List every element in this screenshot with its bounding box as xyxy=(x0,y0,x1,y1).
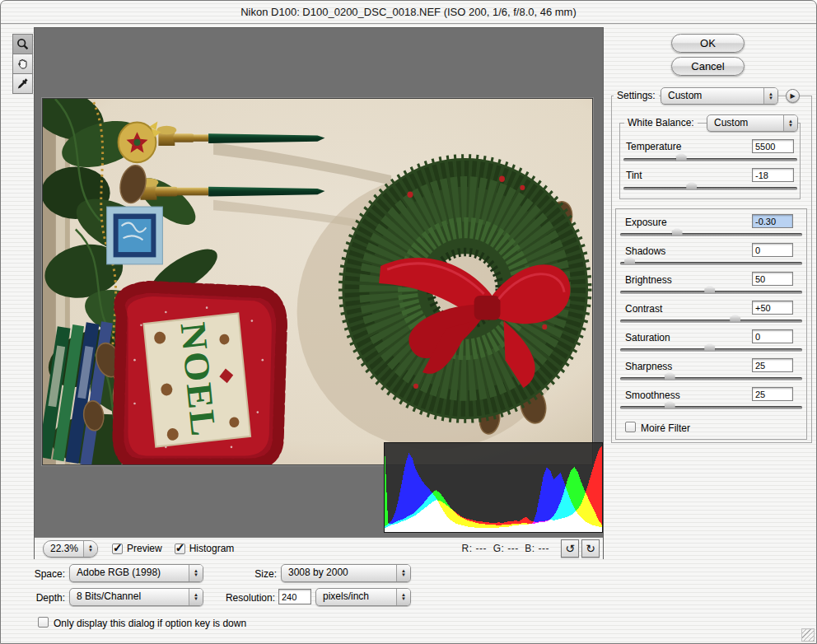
rotate-cw-icon: ↻ xyxy=(586,542,595,555)
size-label: Size: xyxy=(247,568,277,580)
adjustment-label: Smoothness xyxy=(625,390,680,401)
cancel-button[interactable]: Cancel xyxy=(671,57,745,76)
rotate-ccw-icon: ↺ xyxy=(565,542,575,555)
adjustment-slider[interactable] xyxy=(620,262,802,265)
tint-slider[interactable] xyxy=(623,187,797,190)
zoom-level-popup[interactable]: 22.3% ▲▼ xyxy=(43,540,98,558)
ok-button[interactable]: OK xyxy=(671,34,745,53)
adjustment-value-field[interactable] xyxy=(752,214,793,228)
eyedropper-tool-button[interactable] xyxy=(12,73,33,94)
adjustment-label: Brightness xyxy=(625,274,672,286)
histogram-display xyxy=(384,442,603,533)
resolution-value-field[interactable] xyxy=(278,589,311,604)
eyedropper-icon xyxy=(16,77,30,91)
slider-thumb[interactable] xyxy=(665,371,675,380)
camera-raw-dialog: Nikon D100: D100_0200_DSC_0018.NEF (ISO … xyxy=(0,0,817,644)
settings-value: Custom xyxy=(661,88,763,104)
adjustment-slider[interactable] xyxy=(620,377,802,380)
white-balance-popup[interactable]: Custom ▲▼ xyxy=(707,114,798,132)
tint-value-field[interactable] xyxy=(752,168,794,182)
histogram-checkbox[interactable] xyxy=(175,544,185,554)
hand-icon xyxy=(16,57,30,71)
adjustment-value-field[interactable] xyxy=(752,387,793,401)
zoom-level-value: 22.3% xyxy=(44,541,83,557)
stepper-icon: ▲▼ xyxy=(189,589,203,605)
adjustment-value-field[interactable] xyxy=(752,243,793,257)
settings-popup[interactable]: Custom ▲▼ xyxy=(661,87,778,105)
adjustment-label: Shadows xyxy=(625,245,665,257)
moire-filter-checkbox[interactable] xyxy=(625,422,636,432)
status-bar: 22.3% ▲▼ Preview Histogram R: --- G: ---… xyxy=(35,537,603,559)
stepper-icon: ▲▼ xyxy=(189,565,203,581)
rotate-cw-button[interactable]: ↻ xyxy=(581,539,600,558)
adjustment-label: Contrast xyxy=(625,303,662,315)
slider-thumb[interactable] xyxy=(704,343,715,352)
settings-menu-button[interactable]: ▶ xyxy=(786,89,800,103)
adjustment-label: Exposure xyxy=(625,217,667,228)
photo-preview[interactable]: NOEL xyxy=(42,98,593,465)
adjustment-value-field[interactable] xyxy=(752,358,793,372)
histogram-plot xyxy=(385,443,602,532)
adjustment-value-field[interactable] xyxy=(752,329,793,343)
hand-tool-button[interactable] xyxy=(12,54,33,74)
adjustment-slider[interactable] xyxy=(620,291,802,294)
resolution-unit-popup[interactable]: pixels/inch ▲▼ xyxy=(315,588,411,606)
preview-checkbox[interactable] xyxy=(112,544,123,554)
stepper-icon: ▲▼ xyxy=(763,88,777,104)
size-popup[interactable]: 3008 by 2000 ▲▼ xyxy=(281,564,411,582)
space-label: Space: xyxy=(26,568,65,580)
preview-frame: NOEL xyxy=(34,27,604,559)
depth-popup[interactable]: 8 Bits/Channel ▲▼ xyxy=(69,588,203,606)
stepper-icon: ▲▼ xyxy=(396,589,410,605)
white-balance-label: White Balance: xyxy=(624,117,698,128)
adjustments-box: Exposure Shadows Brightness Contrast Sat… xyxy=(615,208,807,411)
slider-thumb[interactable] xyxy=(672,227,683,236)
temperature-label: Temperature xyxy=(626,141,681,152)
adjustment-value-field[interactable] xyxy=(752,272,793,286)
histogram-checkbox-label: Histogram xyxy=(189,543,235,554)
moire-filter-label: Moiré Filter xyxy=(641,422,690,434)
adjustment-slider[interactable] xyxy=(620,406,802,409)
adjustment-slider[interactable] xyxy=(620,320,802,323)
stepper-icon: ▲▼ xyxy=(396,565,410,581)
adjustment-label: Sharpness xyxy=(625,361,672,372)
slider-thumb[interactable] xyxy=(665,400,675,409)
adjustment-row: Saturation xyxy=(615,324,807,352)
adjustment-slider[interactable] xyxy=(620,348,802,352)
slider-thumb[interactable] xyxy=(704,285,715,294)
slider-thumb[interactable] xyxy=(730,314,740,323)
rgb-readout: R: --- G: --- B: --- xyxy=(462,543,549,554)
slider-thumb[interactable] xyxy=(624,256,635,265)
depth-value: 8 Bits/Channel xyxy=(70,589,189,605)
rotate-ccw-button[interactable]: ↺ xyxy=(561,539,579,558)
preview-surround: NOEL xyxy=(35,28,603,537)
adjustment-row: Smoothness xyxy=(615,381,807,410)
option-key-checkbox[interactable] xyxy=(38,617,49,628)
adjustment-row: Shadows xyxy=(615,237,807,266)
adjustment-label: Saturation xyxy=(625,332,670,343)
option-key-label: Only display this dialog if option key i… xyxy=(54,618,246,629)
resolution-label: Resolution: xyxy=(220,592,275,604)
tint-label: Tint xyxy=(626,170,642,181)
size-value: 3008 by 2000 xyxy=(282,565,396,581)
adjustment-row: Contrast xyxy=(615,295,807,324)
adjustment-row: Brightness xyxy=(615,266,807,295)
photo-image: NOEL xyxy=(43,99,592,464)
adjustment-row: Exposure xyxy=(615,208,807,237)
space-popup[interactable]: Adobe RGB (1998) ▲▼ xyxy=(69,564,203,582)
preview-checkbox-label: Preview xyxy=(127,543,162,554)
zoom-tool-button[interactable] xyxy=(12,34,33,54)
magnifier-icon xyxy=(16,37,30,51)
window-title: Nikon D100: D100_0200_DSC_0018.NEF (ISO … xyxy=(240,6,577,18)
stepper-icon: ▲▼ xyxy=(783,115,797,131)
settings-label: Settings: xyxy=(614,90,659,101)
resize-grip[interactable] xyxy=(801,628,815,642)
temperature-value-field[interactable] xyxy=(752,139,794,153)
adjustment-slider[interactable] xyxy=(620,233,802,236)
resolution-unit-value: pixels/inch xyxy=(316,589,396,605)
temperature-slider[interactable] xyxy=(623,158,797,161)
adjustment-value-field[interactable] xyxy=(752,301,793,315)
stepper-icon: ▲▼ xyxy=(83,541,97,557)
title-bar: Nikon D100: D100_0200_DSC_0018.NEF (ISO … xyxy=(1,1,816,24)
adjustment-row: Sharpness xyxy=(615,352,807,381)
